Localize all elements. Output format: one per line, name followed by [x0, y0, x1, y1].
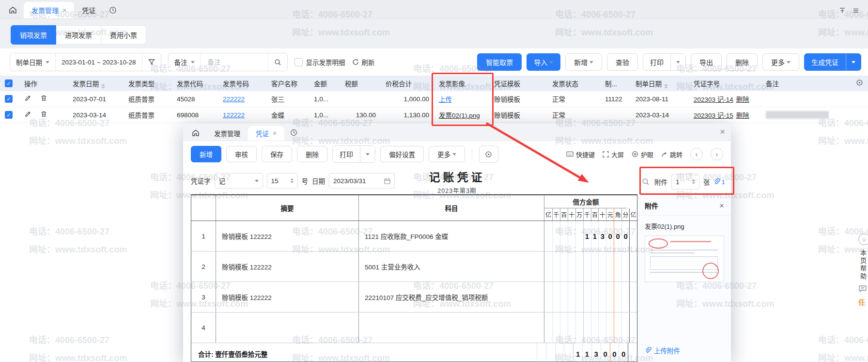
table-row[interactable]: ✓ 2023-03-14 纸质普票 698008 122222 金蝶 1,0..… — [0, 107, 868, 123]
invoice-number-link[interactable]: 122222 — [223, 111, 245, 119]
voucher-no-link[interactable]: 202303 记-15 — [694, 112, 733, 119]
delete-icon[interactable] — [40, 110, 47, 118]
voucher-more-button[interactable]: 更多 — [429, 146, 465, 162]
table-row[interactable]: ✓ 2023-07-01 纸质普票 45028 222222 张三 1,0...… — [0, 91, 868, 107]
voucher-no-link[interactable]: 202303 记-14 — [694, 96, 733, 103]
delete-button[interactable]: 删除 — [727, 53, 758, 71]
upload-image-link[interactable]: 上传 — [439, 96, 452, 103]
attachment-paperclip-link[interactable]: 1 — [713, 178, 725, 186]
remark-search-input[interactable] — [207, 58, 262, 66]
voucher-number-stepper[interactable]: 15 — [267, 173, 298, 189]
voucher-add-button[interactable]: 新增 — [191, 146, 221, 162]
attachment-thumbnail[interactable] — [645, 236, 724, 282]
jump-button[interactable]: 跳转 — [661, 150, 682, 159]
summary-cell[interactable]: 赊销模板 122222 — [216, 282, 358, 312]
voucher-save-button[interactable]: 保存 — [262, 146, 292, 162]
modal-tab-invoice[interactable]: 发票管理 — [206, 126, 248, 141]
upload-attachment-link[interactable]: 上传附件 — [645, 346, 680, 355]
date-field-select[interactable]: 制单日期 — [10, 53, 55, 71]
edit-icon[interactable] — [24, 94, 31, 102]
row-checkbox[interactable]: ✓ — [5, 111, 13, 119]
voucher-audit-button[interactable]: 审核 — [226, 146, 257, 162]
voucher-word-select[interactable]: 记 — [215, 173, 263, 189]
date-range-input[interactable]: 2023-01-01 ~ 2023-10-28 — [55, 53, 142, 71]
shortcut-keys-button[interactable]: 快捷键 — [566, 150, 595, 159]
attachment-count-stepper[interactable]: 1 — [671, 174, 699, 189]
home-icon[interactable] — [9, 6, 17, 14]
import-button[interactable]: 导入 — [527, 53, 560, 71]
invoice-number-link[interactable]: 222222 — [223, 95, 245, 103]
voucher-delete-link[interactable]: 删除 — [736, 96, 749, 103]
more-button[interactable]: 更多 — [762, 53, 799, 71]
export-button[interactable]: 导出 — [691, 53, 722, 71]
summary-cell[interactable] — [216, 313, 358, 343]
debit-amount-cell[interactable] — [544, 282, 637, 312]
debit-amount-cell[interactable] — [544, 252, 637, 282]
preference-button[interactable]: 偏好设置 — [380, 146, 424, 162]
gear-icon[interactable] — [856, 79, 863, 86]
next-voucher-button[interactable]: › — [711, 148, 723, 160]
modal-close-icon[interactable]: × — [720, 127, 725, 136]
select-all-checkbox[interactable]: ✓ — [5, 79, 13, 87]
search-icon[interactable] — [268, 53, 287, 71]
tab-invoice-management[interactable]: 发票管理 × — [24, 2, 74, 18]
history-clock-icon[interactable] — [290, 129, 297, 136]
stepper-arrows-icon[interactable] — [291, 178, 294, 183]
close-tab-icon[interactable]: × — [273, 130, 277, 137]
voucher-delete-link[interactable]: 删除 — [736, 112, 749, 119]
voucher-row[interactable]: 4 — [191, 313, 637, 343]
stepper-arrows-icon[interactable] — [692, 179, 695, 184]
debit-amount-cell[interactable]: 113000 — [544, 221, 637, 251]
add-button[interactable]: 新增 — [565, 53, 602, 71]
generate-voucher-dropdown[interactable] — [846, 53, 861, 71]
debit-amount-cell[interactable] — [544, 313, 637, 343]
show-invoice-detail-checkbox[interactable]: 显示发票明细 — [294, 57, 345, 67]
remark-field-select[interactable]: 备注 — [169, 53, 201, 71]
generate-voucher-button[interactable]: 生成凭证 — [804, 53, 846, 71]
subject-cell[interactable]: 22210107 应交税费_应交增值税_销项税额 — [358, 282, 544, 312]
invoice-image-link[interactable]: 发票02(1).png — [439, 112, 480, 119]
print-dropdown[interactable] — [671, 53, 686, 71]
voucher-row[interactable]: 2 赊销模板 122222 5001 主营业务收入 — [191, 252, 637, 282]
page-help-button[interactable]: 本页帮助 — [858, 250, 868, 281]
voucher-print-button[interactable]: 打印 — [332, 145, 360, 163]
home-icon[interactable] — [192, 129, 200, 137]
collapse-up-icon[interactable] — [839, 7, 846, 14]
summary-cell[interactable]: 赊销模板 122222 — [216, 221, 358, 251]
funnel-filter-icon[interactable] — [142, 53, 161, 71]
tab-purchase-invoice[interactable]: 进项发票 — [56, 25, 101, 45]
summary-cell[interactable]: 赊销模板 122222 — [216, 252, 358, 282]
task-badge[interactable]: 任 — [858, 297, 865, 307]
row-checkbox[interactable]: ✓ — [5, 95, 13, 103]
assistant-icon[interactable]: ☺ — [858, 234, 868, 245]
history-clock-icon[interactable] — [109, 6, 117, 14]
search-icon[interactable] — [642, 178, 650, 186]
subject-cell[interactable] — [358, 313, 544, 343]
prev-voucher-button[interactable]: ‹ — [690, 148, 703, 160]
refresh-button[interactable]: 刷新 — [352, 57, 375, 67]
tab-sales-invoice[interactable]: 销项发票 — [11, 25, 56, 45]
voucher-row[interactable]: 3 赊销模板 122222 22210107 应交税费_应交增值税_销项税额 — [191, 282, 637, 313]
subject-cell[interactable]: 5001 主营业务收入 — [358, 252, 544, 282]
voucher-print-dropdown[interactable] — [360, 145, 375, 163]
fullscreen-button[interactable]: 大屏 — [603, 150, 624, 159]
header-invoice-date[interactable]: 发票日期 — [68, 76, 124, 91]
delete-icon[interactable] — [40, 94, 47, 102]
subject-cell[interactable]: 1121 应收账款_FP0006 金蝶 — [358, 221, 544, 251]
close-icon[interactable]: × — [719, 202, 724, 210]
menu-icon[interactable] — [852, 7, 859, 14]
attachment-file-name[interactable]: 发票02(1).png — [638, 216, 731, 231]
verify-button[interactable]: 查验 — [607, 53, 638, 71]
voucher-delete-button[interactable]: 删除 — [297, 146, 327, 162]
eye-care-button[interactable]: 护眼 — [632, 150, 653, 159]
edit-icon[interactable] — [24, 110, 31, 118]
voucher-row[interactable]: 1 赊销模板 122222 1121 应收账款_FP0006 金蝶 113000 — [191, 221, 637, 252]
voucher-date-input[interactable]: 2023/03/31 — [329, 173, 395, 189]
header-make-date[interactable]: 制单日期 — [631, 76, 689, 91]
voucher-settings-button[interactable] — [479, 145, 498, 163]
tab-expense-receipt[interactable]: 费用小票 — [101, 25, 146, 45]
smart-fetch-button[interactable]: 智能取票 — [477, 53, 522, 71]
close-tab-icon[interactable]: × — [62, 7, 66, 14]
modal-tab-voucher[interactable]: 凭证× — [248, 126, 284, 141]
print-button[interactable]: 打印 — [643, 53, 671, 71]
